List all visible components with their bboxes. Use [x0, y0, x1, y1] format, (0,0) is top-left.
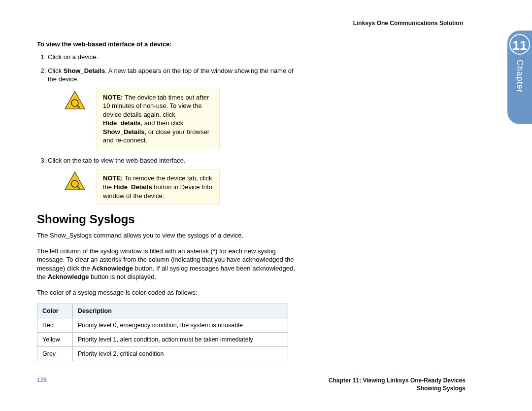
section-p1: The Show_Syslogs command allows you to v…: [37, 231, 298, 240]
steps-list: Click on a device. Click Show_Details. A…: [37, 53, 298, 84]
p2b1: Acknowledge: [92, 265, 133, 272]
note-2: NOTE: To remove the device tab, click th…: [64, 170, 298, 205]
chapter-number: 11: [509, 34, 530, 55]
note-1-text: NOTE: The device tab times out after 10 …: [97, 89, 220, 149]
footer: 126 Chapter 11: Viewing Linksys One-Read…: [37, 377, 466, 392]
chapter-tab: 11 Chapter: [507, 31, 532, 124]
color-table: Color Description Red Priority level 0, …: [37, 304, 288, 361]
note-2-text: NOTE: To remove the device tab, click th…: [97, 170, 220, 205]
p2c: button is not displayed.: [89, 273, 156, 280]
chapter-label: Chapter: [515, 60, 525, 93]
cell-color: Red: [37, 318, 73, 333]
content-column: To view the web-based interface of a dev…: [37, 40, 298, 361]
procedure-title: To view the web-based interface of a dev…: [37, 40, 298, 48]
cell-color: Yellow: [37, 333, 73, 347]
section-title: Showing Syslogs: [37, 212, 298, 226]
steps-list-2: Click on the tab to view the web-based i…: [37, 156, 298, 165]
page: Linksys One Communications Solution 11 C…: [0, 0, 532, 411]
cell-desc: Priority level 1, alert condition, actio…: [73, 333, 288, 347]
table-row: Red Priority level 0, emergency conditio…: [37, 318, 288, 333]
section-p2: The left column of the syslog window is …: [37, 247, 298, 281]
section-p3: The color of a syslog message is color-c…: [37, 288, 298, 297]
step-3: Click on the tab to view the web-based i…: [48, 156, 298, 165]
th-color: Color: [37, 304, 73, 318]
note-1-lead: NOTE:: [103, 94, 123, 101]
cell-desc: Priority level 0, emergency condition, t…: [73, 318, 288, 333]
note-1-b1: Hide_details: [103, 119, 141, 127]
note-1-t2: , and then click: [141, 119, 184, 127]
step-2: Click Show_Details. A new tab appears on…: [48, 67, 298, 84]
warning-icon: [64, 171, 86, 191]
page-number: 126: [37, 377, 47, 392]
step-2-prefix: Click: [48, 67, 64, 74]
table-row: Grey Priority level 2, critical conditio…: [37, 347, 288, 361]
note-1: NOTE: The device tab times out after 10 …: [64, 89, 298, 149]
step-2-bold: Show_Details: [64, 67, 105, 74]
note-2-b1: Hide_Details: [114, 183, 152, 191]
cell-color: Grey: [37, 347, 73, 361]
th-description: Description: [73, 304, 288, 318]
footer-line1: Chapter 11: Viewing Linksys One-Ready De…: [329, 377, 466, 384]
running-header: Linksys One Communications Solution: [37, 20, 488, 27]
footer-right: Chapter 11: Viewing Linksys One-Ready De…: [329, 377, 466, 392]
footer-line2: Showing Syslogs: [329, 384, 466, 392]
note-1-b2: Show_Details: [103, 128, 145, 136]
table-row: Yellow Priority level 1, alert condition…: [37, 333, 288, 347]
step-1: Click on a device.: [48, 53, 298, 62]
p2b2: Acknowledge: [48, 273, 89, 280]
cell-desc: Priority level 2, critical condition: [73, 347, 288, 361]
note-2-lead: NOTE:: [103, 174, 123, 182]
table-header-row: Color Description: [37, 304, 288, 318]
warning-icon: [64, 90, 86, 110]
